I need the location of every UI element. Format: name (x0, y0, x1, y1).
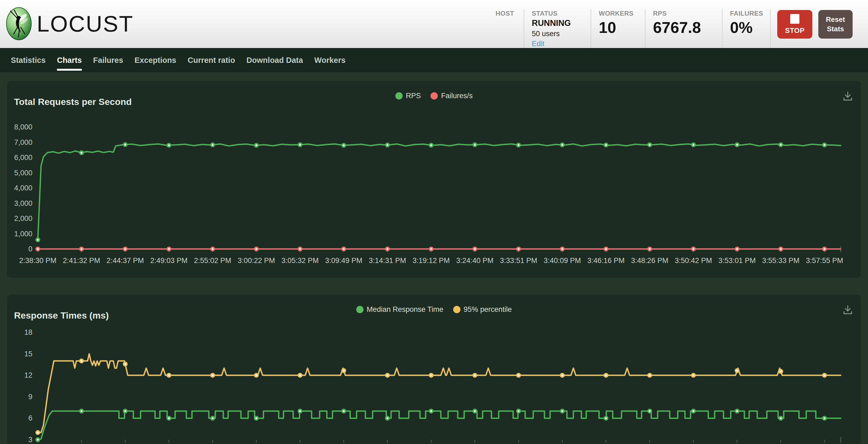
stat-failures: FAILURES 0% (722, 9, 771, 48)
series-marker-center (824, 144, 825, 146)
tab-statistics[interactable]: Statistics (11, 48, 45, 72)
series-marker-center (474, 248, 476, 250)
legend-dot-median (356, 306, 364, 313)
series-marker-center (255, 374, 257, 376)
download-chart-icon[interactable] (842, 91, 854, 102)
series-marker-center (124, 410, 126, 412)
series-marker-center (430, 248, 432, 250)
series-marker-center (692, 248, 694, 250)
series-marker-center (37, 432, 39, 434)
series-marker-center (518, 248, 520, 250)
x-tick-label: 3:46:16 PM (587, 257, 625, 265)
series-marker-center (81, 410, 82, 412)
y-tick-label: 0 (28, 245, 32, 253)
series-line (38, 411, 841, 440)
stat-rps: RPS 6767.8 (646, 9, 722, 48)
y-tick-label: 3 (28, 436, 32, 444)
series-marker-center (124, 363, 126, 365)
series-marker-center (386, 417, 389, 419)
charts-page: 8,0007,0006,0005,0004,0003,0002,0001,000… (0, 72, 868, 444)
legend-item-rps[interactable]: RPS (395, 92, 421, 100)
y-tick-label: 12 (24, 371, 32, 379)
chart-legend: Median Response Time 95% percentile (7, 305, 861, 314)
tab-workers[interactable]: Workers (314, 48, 346, 72)
series-marker-center (518, 144, 520, 146)
series-marker-center (736, 144, 738, 146)
failures-value: 0% (730, 20, 770, 36)
series-marker-center (474, 144, 476, 146)
series-marker-center (386, 144, 389, 146)
series-marker-center (168, 374, 170, 376)
y-tick-label: 18 (24, 328, 32, 336)
reset-stats-button[interactable]: Reset Stats (818, 10, 852, 39)
tab-charts[interactable]: Charts (57, 48, 82, 72)
legend-item-median[interactable]: Median Response Time (356, 305, 443, 314)
y-tick-label: 1,000 (14, 230, 32, 238)
series-marker-center (692, 144, 694, 146)
series-marker-center (649, 144, 651, 146)
x-tick-label: 3:53:01 PM (718, 257, 756, 265)
tab-failures[interactable]: Failures (93, 48, 123, 72)
series-marker-center (736, 248, 738, 250)
legend-item-failures[interactable]: Failures/s (431, 92, 473, 100)
tab-exceptions[interactable]: Exceptions (134, 48, 176, 72)
legend-item-95th[interactable]: 95% percentile (453, 305, 512, 314)
series-marker-center (780, 144, 782, 146)
failures-label: FAILURES (730, 10, 770, 17)
download-chart-icon[interactable] (842, 304, 854, 316)
x-tick-label: 3:48:26 PM (631, 257, 669, 265)
series-marker-center (518, 410, 520, 412)
x-tick-label: 3:57:55 PM (806, 257, 843, 265)
series-marker-center (299, 144, 301, 146)
tab-current-ratio[interactable]: Current ratio (188, 48, 235, 72)
series-marker-center (692, 410, 694, 412)
response-times-chart-plot: 181512963 (7, 295, 861, 444)
series-line (38, 354, 841, 433)
series-marker-center (299, 410, 301, 412)
series-marker-center (561, 144, 563, 146)
series-marker-center (518, 374, 520, 376)
series-marker-center (212, 417, 214, 419)
series-marker-center (255, 144, 257, 146)
y-tick-label: 5,000 (14, 169, 32, 177)
edit-link[interactable]: Edit (532, 40, 591, 48)
series-marker-center (37, 439, 39, 441)
x-tick-label: 3:50:42 PM (675, 257, 712, 265)
series-marker-center (561, 410, 563, 412)
tab-download-data[interactable]: Download Data (246, 48, 303, 72)
y-tick-label: 8,000 (14, 123, 32, 131)
x-tick-label: 3:14:31 PM (369, 257, 406, 265)
stop-button[interactable]: STOP (777, 10, 812, 39)
series-marker-center (780, 370, 782, 372)
y-tick-label: 4,000 (14, 184, 32, 192)
series-marker-center (780, 417, 782, 419)
series-marker-center (605, 248, 607, 250)
x-tick-label: 2:44:37 PM (107, 257, 144, 265)
workers-value: 10 (599, 20, 645, 36)
series-marker-center (343, 248, 345, 250)
series-marker-center (343, 410, 345, 412)
x-tick-label: 3:05:32 PM (281, 257, 319, 265)
x-tick-label: 2:38:30 PM (19, 257, 57, 265)
series-marker-center (649, 410, 651, 412)
y-tick-label: 2,000 (14, 214, 32, 223)
series-marker-center (255, 248, 257, 250)
series-marker-center (124, 144, 126, 146)
series-marker-center (299, 374, 301, 376)
series-marker-center (386, 248, 389, 250)
series-line (38, 144, 841, 240)
series-marker-center (474, 410, 476, 412)
series-marker-center (124, 248, 126, 250)
x-tick-label: 3:40:09 PM (544, 257, 581, 265)
x-tick-label: 3:09:49 PM (325, 257, 363, 265)
logo-text: LOCUST (37, 11, 134, 37)
series-marker-center (736, 370, 738, 372)
y-tick-label: 9 (28, 393, 32, 401)
rps-chart-card: 8,0007,0006,0005,0004,0003,0002,0001,000… (7, 81, 861, 278)
series-marker-center (430, 374, 432, 376)
series-marker-center (343, 144, 345, 146)
host-label: HOST (496, 10, 524, 17)
x-tick-label: 3:00:22 PM (238, 257, 275, 265)
series-marker-center (430, 410, 432, 412)
rps-value: 6767.8 (653, 20, 722, 36)
